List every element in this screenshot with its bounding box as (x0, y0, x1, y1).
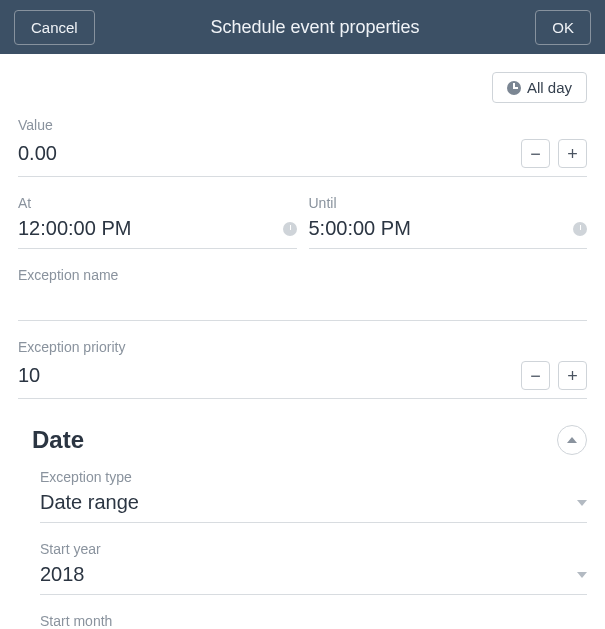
exception-type-label: Exception type (40, 469, 587, 485)
exception-priority-input[interactable] (18, 364, 513, 387)
exception-name-label: Exception name (18, 267, 587, 283)
clock-icon (573, 222, 587, 236)
date-section-header: Date (18, 403, 587, 469)
clock-icon (507, 81, 521, 95)
exception-priority-label: Exception priority (18, 339, 587, 355)
all-day-button[interactable]: All day (492, 72, 587, 103)
dialog-scroll[interactable]: All day Value − + At Until (0, 54, 605, 629)
until-field: Until (309, 195, 588, 249)
date-section-title: Date (32, 426, 84, 454)
at-field: At (18, 195, 297, 249)
chevron-down-icon (577, 572, 587, 578)
all-day-label: All day (527, 79, 572, 96)
ok-button[interactable]: OK (535, 10, 591, 45)
value-label: Value (18, 117, 587, 133)
dialog-title: Schedule event properties (210, 17, 419, 38)
exception-type-select[interactable]: Date range (40, 487, 587, 523)
exception-name-field: Exception name (18, 267, 587, 321)
priority-decrement-button[interactable]: − (521, 361, 550, 390)
at-label: At (18, 195, 297, 211)
priority-increment-button[interactable]: + (558, 361, 587, 390)
start-month-field: Start month February (40, 613, 587, 629)
start-year-value: 2018 (40, 563, 569, 586)
value-input[interactable] (18, 142, 513, 165)
until-label: Until (309, 195, 588, 211)
exception-name-input[interactable] (18, 289, 587, 312)
clock-icon (283, 222, 297, 236)
chevron-down-icon (577, 500, 587, 506)
exception-priority-field: Exception priority − + (18, 339, 587, 399)
value-decrement-button[interactable]: − (521, 139, 550, 168)
start-year-select[interactable]: 2018 (40, 559, 587, 595)
at-input[interactable] (18, 217, 275, 240)
exception-type-value: Date range (40, 491, 569, 514)
until-input[interactable] (309, 217, 566, 240)
cancel-button[interactable]: Cancel (14, 10, 95, 45)
value-increment-button[interactable]: + (558, 139, 587, 168)
start-month-label: Start month (40, 613, 587, 629)
exception-type-field: Exception type Date range (40, 469, 587, 523)
dialog-header: Cancel Schedule event properties OK (0, 0, 605, 54)
start-year-label: Start year (40, 541, 587, 557)
date-collapse-button[interactable] (557, 425, 587, 455)
value-field: Value − + (18, 117, 587, 177)
start-year-field: Start year 2018 (40, 541, 587, 595)
chevron-up-icon (567, 437, 577, 443)
